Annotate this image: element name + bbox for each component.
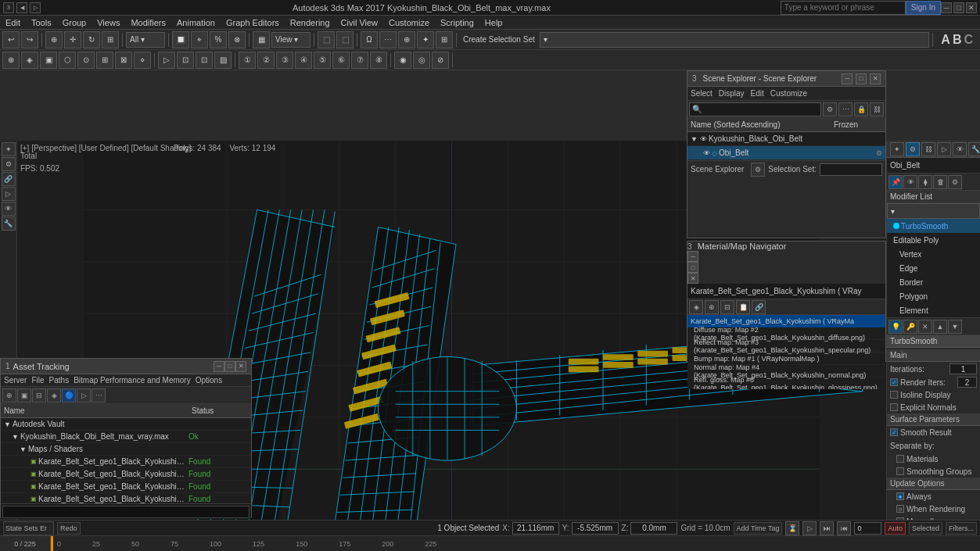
modifier-element[interactable]: Element xyxy=(887,303,980,317)
select-button[interactable]: ⊕ xyxy=(45,31,63,48)
mod-tab-create[interactable]: ✦ xyxy=(890,142,904,156)
menu-edit[interactable]: Edit xyxy=(3,16,23,29)
redo-button-status[interactable]: Redo xyxy=(57,522,81,535)
modifier-border[interactable]: Border xyxy=(887,275,980,289)
asset-btn-3[interactable]: ⊟ xyxy=(32,388,46,403)
tb-extra-4[interactable]: ⊞ xyxy=(436,31,453,48)
asset-row-vault[interactable]: ▼ Autodesk Vault xyxy=(1,418,251,431)
tb2-mat-1[interactable]: ◉ xyxy=(394,52,411,69)
last-frame-btn[interactable]: ⏮ xyxy=(837,521,851,535)
tb-extra-3[interactable]: ✦ xyxy=(417,31,434,48)
hierarchy-tab[interactable]: 🔗 xyxy=(2,172,16,186)
tb2-btn-7[interactable]: ⊠ xyxy=(115,52,132,69)
mat-item-2[interactable]: Reflect map: Map #3 (Karate_Belt_Set_geo… xyxy=(687,340,885,352)
snap-toggle[interactable]: 🔲 xyxy=(172,31,189,48)
se-footer-settings-btn[interactable]: ⚙ xyxy=(751,163,765,177)
asset-menu-server[interactable]: Server xyxy=(4,376,27,385)
tb2-render-1[interactable]: ▷ xyxy=(158,52,175,69)
move-button[interactable]: ✛ xyxy=(64,31,81,48)
make-unique-btn[interactable]: ⧫ xyxy=(918,175,932,189)
selection-filter[interactable]: Ω xyxy=(361,31,378,48)
se-selection-set-input[interactable] xyxy=(820,163,882,176)
mod-tab-motion[interactable]: ▷ xyxy=(937,142,951,156)
redo-button[interactable]: ↪ xyxy=(21,31,38,48)
mod-tab-hierarchy[interactable]: ⛓ xyxy=(921,142,935,156)
search-input[interactable] xyxy=(781,1,906,15)
mat-nav-btn1[interactable]: ◈ xyxy=(689,300,703,314)
tb2-anim-5[interactable]: ⑤ xyxy=(314,52,331,69)
when-rendering-radio[interactable]: ○ xyxy=(896,505,904,513)
add-time-tag-btn[interactable]: Add Time Tag xyxy=(734,522,783,535)
asset-row-normal[interactable]: ▣ Karate_Belt_Set_geo1_Black_Kyokushin_n… xyxy=(1,493,251,503)
tb2-btn-4[interactable]: ⬡ xyxy=(59,52,76,69)
se-close-btn[interactable]: ✕ xyxy=(870,73,881,84)
ref-coord-dropdown[interactable]: All ▾ xyxy=(126,32,165,48)
asset-menu-file[interactable]: File xyxy=(31,376,44,385)
asset-row-maps[interactable]: ▼ Maps / Shaders xyxy=(1,443,251,456)
asset-close-btn[interactable]: ✕ xyxy=(235,361,246,372)
config-modifier-btn[interactable]: ⚙ xyxy=(948,175,962,189)
mat-close-btn[interactable]: ✕ xyxy=(687,273,698,284)
key-mode-btn[interactable]: ⌛ xyxy=(785,521,799,535)
se-extra-btn[interactable]: ⋯ xyxy=(838,102,853,116)
menu-help[interactable]: Help xyxy=(483,16,505,29)
se-link-btn[interactable]: ⛓ xyxy=(870,102,884,116)
menu-modifiers[interactable]: Modifiers xyxy=(128,16,168,29)
tb2-btn-5[interactable]: ⊙ xyxy=(77,52,95,69)
menu-group[interactable]: Group xyxy=(60,16,89,29)
quick-access[interactable]: ◀ xyxy=(16,2,27,13)
tb2-link[interactable]: ⋄ xyxy=(134,52,151,69)
turbsmooth-rollout-title[interactable]: TurboSmooth xyxy=(887,335,980,348)
sign-in-button[interactable]: Sign In xyxy=(906,1,941,15)
modifier-turbsmooth[interactable]: TurboSmooth xyxy=(887,219,980,233)
se-row-child[interactable]: 👁 ◇ Obi_Belt ⚙ xyxy=(687,146,885,160)
tb-extra-2[interactable]: ⊕ xyxy=(398,31,415,48)
view-dropdown[interactable]: View ▾ xyxy=(271,32,311,48)
se-menu-customize[interactable]: Customize xyxy=(770,89,807,98)
se-filter-btn[interactable]: ⚙ xyxy=(823,102,837,116)
close-button[interactable]: ✕ xyxy=(966,2,977,13)
se-maximize-btn[interactable]: □ xyxy=(856,73,867,84)
asset-btn-6[interactable]: ▷ xyxy=(77,388,91,403)
angle-snap[interactable]: ⌖ xyxy=(191,31,208,48)
materials-checkbox[interactable] xyxy=(896,455,904,463)
tb2-btn-6[interactable]: ⊞ xyxy=(96,52,113,69)
asset-maximize-btn[interactable]: □ xyxy=(224,361,235,372)
mat-minimize-btn[interactable]: ─ xyxy=(687,251,698,262)
modifier-vertex[interactable]: Vertex xyxy=(887,247,980,261)
tb2-anim-7[interactable]: ⑦ xyxy=(351,52,368,69)
tb2-btn-1[interactable]: ⊕ xyxy=(2,52,20,69)
asset-menu-paths[interactable]: Paths xyxy=(49,376,70,385)
auto-key-btn[interactable]: Auto xyxy=(885,522,906,535)
remove-modifier-btn[interactable]: 🗑 xyxy=(933,175,947,189)
coord-z-input[interactable] xyxy=(630,522,677,535)
isoline-checkbox[interactable] xyxy=(890,391,898,399)
mod-btn-light[interactable]: 💡 xyxy=(888,320,903,334)
mod-btn-down[interactable]: ▼ xyxy=(948,320,962,334)
asset-menu-bitmap[interactable]: Bitmap Performance and Memory xyxy=(74,376,191,385)
undo-button[interactable]: ↩ xyxy=(2,31,20,48)
mat-maximize-btn[interactable]: □ xyxy=(687,262,698,273)
render-setup[interactable]: ▦ xyxy=(253,31,270,48)
render-iters-input[interactable] xyxy=(957,377,977,388)
menu-tools[interactable]: Tools xyxy=(29,16,54,29)
smooth-result-checkbox[interactable]: ✓ xyxy=(890,428,898,436)
play-anim-btn[interactable]: ▷ xyxy=(802,521,817,535)
percent-snap[interactable]: % xyxy=(210,31,227,48)
render-iters-checkbox[interactable]: ✓ xyxy=(890,378,898,386)
mod-btn-up[interactable]: ▲ xyxy=(933,320,947,334)
smoothing-groups-checkbox[interactable] xyxy=(896,467,904,475)
asset-row-max[interactable]: ▼ Kyokushin_Black_Obi_Belt_max_vray.max … xyxy=(1,431,251,443)
se-menu-display[interactable]: Display xyxy=(719,89,745,98)
asset-btn-5[interactable]: 🔵 xyxy=(62,388,76,403)
window-cross[interactable]: ⬚ xyxy=(336,31,354,48)
motion-tab[interactable]: ▷ xyxy=(2,187,16,201)
tb2-mat-3[interactable]: ⊘ xyxy=(432,52,449,69)
tb2-render-2[interactable]: ⊡ xyxy=(177,52,194,69)
se-row-parent[interactable]: ▼ 👁 Kyokushin_Black_Obi_Belt xyxy=(687,132,885,146)
modifier-dropdown[interactable]: ▾ xyxy=(887,203,980,219)
tb2-btn-2[interactable]: ◈ xyxy=(21,52,38,69)
menu-views[interactable]: Views xyxy=(95,16,122,29)
se-minimize-btn[interactable]: ─ xyxy=(842,73,853,84)
mat-nav-btn3[interactable]: ⊟ xyxy=(720,300,734,314)
